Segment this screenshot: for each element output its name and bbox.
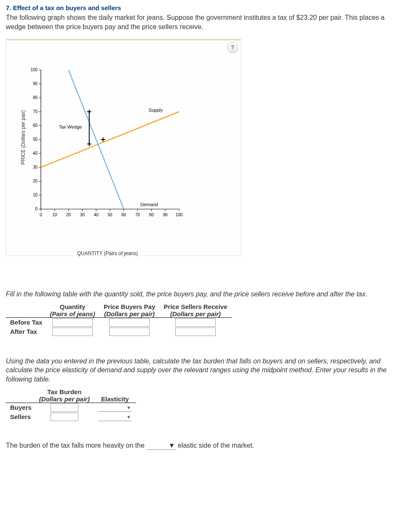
question-intro: The following graph shows the daily mark… bbox=[6, 13, 390, 31]
col-sellers: Price Sellers Receive bbox=[164, 303, 227, 310]
y-axis-label: PRICE (Dollars per pair) bbox=[20, 110, 26, 165]
table1-instruction: Fill in the following table with the qua… bbox=[6, 290, 390, 299]
price-buyers-after-input[interactable] bbox=[109, 328, 150, 336]
svg-text:30: 30 bbox=[33, 165, 38, 169]
svg-text:50: 50 bbox=[107, 212, 112, 217]
row-buyers-label: Buyers bbox=[6, 403, 35, 412]
price-buyers-before-input[interactable] bbox=[109, 318, 150, 327]
svg-text:40: 40 bbox=[94, 212, 99, 217]
svg-text:Demand: Demand bbox=[140, 202, 158, 207]
col-buyers: Price Buyers Pay bbox=[104, 303, 155, 310]
svg-text:80: 80 bbox=[33, 95, 38, 100]
col-qty: Quantity bbox=[60, 303, 86, 310]
svg-text:50: 50 bbox=[33, 137, 38, 142]
svg-text:10: 10 bbox=[33, 193, 38, 197]
table-row: Before Tax bbox=[6, 317, 232, 327]
svg-text:90: 90 bbox=[33, 81, 38, 86]
col-burden: Tax Burden bbox=[47, 388, 81, 395]
row-before-label: Before Tax bbox=[6, 317, 45, 327]
svg-text:80: 80 bbox=[149, 212, 154, 217]
side-of-market-dropdown[interactable]: ▼ bbox=[147, 442, 176, 450]
svg-text:Tax Wedge: Tax Wedge bbox=[59, 124, 82, 129]
elasticity-buyers-dropdown[interactable]: ▼ bbox=[98, 404, 132, 412]
svg-text:60: 60 bbox=[33, 123, 38, 128]
svg-text:30: 30 bbox=[80, 212, 85, 217]
chevron-down-icon: ▼ bbox=[169, 442, 175, 449]
svg-text:70: 70 bbox=[135, 212, 140, 217]
table-row: After Tax bbox=[6, 327, 232, 336]
help-button[interactable]: ? bbox=[227, 42, 238, 53]
qty-after-input[interactable] bbox=[52, 328, 93, 336]
svg-text:20: 20 bbox=[66, 212, 71, 217]
table2-instruction: Using the data you entered in the previo… bbox=[6, 357, 390, 384]
chart[interactable]: PRICE (Dollars per pair) 010203040506070… bbox=[23, 66, 192, 243]
svg-text:60: 60 bbox=[121, 212, 126, 217]
row-after-label: After Tax bbox=[6, 327, 45, 336]
chevron-down-icon: ▼ bbox=[126, 405, 131, 410]
chevron-down-icon: ▼ bbox=[126, 414, 131, 419]
table-row: Sellers ▼ bbox=[6, 412, 136, 422]
svg-text:10: 10 bbox=[52, 212, 57, 217]
burden-buyers-input[interactable] bbox=[51, 403, 78, 412]
svg-text:Supply: Supply bbox=[149, 107, 163, 113]
svg-text:40: 40 bbox=[33, 151, 38, 156]
svg-text:20: 20 bbox=[33, 179, 38, 183]
svg-text:100: 100 bbox=[176, 212, 183, 217]
price-sellers-before-input[interactable] bbox=[175, 318, 216, 327]
svg-text:90: 90 bbox=[163, 212, 168, 217]
col-elasticity: Elasticity bbox=[101, 395, 129, 403]
qty-before-input[interactable] bbox=[52, 318, 93, 327]
burden-sellers-input[interactable] bbox=[51, 413, 78, 421]
svg-text:70: 70 bbox=[33, 109, 38, 114]
price-sellers-after-input[interactable] bbox=[175, 328, 216, 336]
svg-text:0: 0 bbox=[40, 212, 42, 217]
elasticity-sellers-dropdown[interactable]: ▼ bbox=[98, 413, 132, 421]
row-sellers-label: Sellers bbox=[6, 412, 35, 422]
svg-text:100: 100 bbox=[30, 67, 37, 72]
table-burden-elasticity: Tax Burden(Dollars per pair) Elasticity … bbox=[6, 388, 136, 422]
question-title: 7. Effect of a tax on buyers and sellers bbox=[6, 4, 390, 11]
x-axis-label: QUANTITY (Pairs of jeans) bbox=[77, 250, 138, 256]
chart-svg[interactable]: 0102030405060708090100010203040506070809… bbox=[23, 66, 183, 222]
svg-text:0: 0 bbox=[35, 207, 37, 211]
table-before-after: Quantity(Pairs of jeans) Price Buyers Pa… bbox=[6, 303, 232, 336]
table-row: Buyers ▼ bbox=[6, 403, 136, 412]
chart-panel: ? PRICE (Dollars per pair) 0102030405060… bbox=[6, 39, 241, 256]
conclusion-sentence: The burden of the tax falls more heavily… bbox=[6, 442, 390, 450]
